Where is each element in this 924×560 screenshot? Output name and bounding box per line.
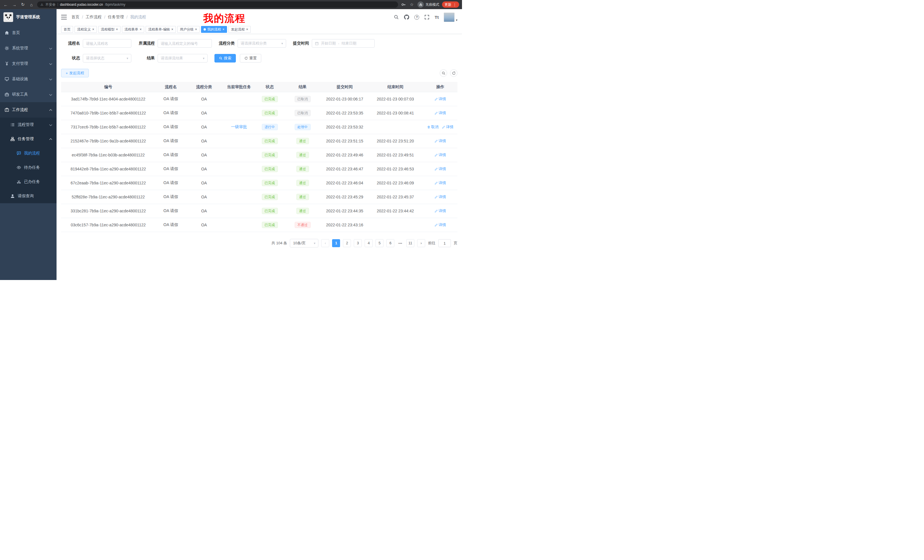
cell-category: OA bbox=[186, 209, 222, 213]
sidebar-item-process-management[interactable]: 流程管理 bbox=[0, 118, 57, 132]
cell-category: OA bbox=[186, 223, 222, 227]
breadcrumb-item[interactable]: 任务管理 bbox=[108, 15, 124, 20]
update-button[interactable]: 更新 ⋮ bbox=[442, 1, 459, 8]
detail-button[interactable]: 详情 bbox=[442, 124, 453, 130]
process-definition-input[interactable] bbox=[158, 39, 212, 48]
result-select[interactable]: 请选择流结果 ▾ bbox=[158, 54, 208, 63]
help-icon[interactable] bbox=[414, 15, 419, 20]
reload-icon[interactable]: ↻ bbox=[20, 2, 26, 7]
current-task-link[interactable]: 一级审批 bbox=[231, 124, 247, 129]
process-category-select[interactable]: 请选择流程分类 ▾ bbox=[238, 39, 286, 48]
page-size-select[interactable]: 10条/页 ▾ bbox=[290, 239, 318, 247]
chevron-down-icon bbox=[49, 47, 52, 49]
tab-user-group[interactable]: 用户分组× bbox=[177, 26, 200, 33]
main-content: 流程名 所属流程 流程分类 请选择流程分类 ▾ 提交时间 开始日期 - 结束日期 bbox=[57, 34, 462, 280]
sidebar-item-infrastructure[interactable]: 基础设施 bbox=[0, 71, 57, 87]
sidebar-item-leave-query[interactable]: 请假查询 bbox=[0, 189, 57, 203]
browser-home-icon[interactable]: ⌂ bbox=[28, 2, 34, 7]
back-icon[interactable]: ← bbox=[3, 2, 9, 7]
tab-process-form[interactable]: 流程表单× bbox=[122, 26, 144, 33]
table-tools bbox=[440, 69, 458, 77]
sidebar-item-done-tasks[interactable]: 已办任务 bbox=[0, 175, 57, 189]
detail-button[interactable]: 详情 bbox=[435, 166, 446, 172]
detail-button[interactable]: 详情 bbox=[435, 208, 446, 214]
browser-menu-icon[interactable]: ⋮ bbox=[453, 3, 457, 7]
detail-label: 详情 bbox=[446, 124, 453, 130]
detail-button[interactable]: 详情 bbox=[435, 96, 446, 102]
detail-button[interactable]: 详情 bbox=[435, 153, 446, 157]
close-icon[interactable]: × bbox=[246, 28, 248, 31]
cell-status: 已完成 bbox=[256, 180, 283, 186]
sidebar-item-payment[interactable]: 支付管理 bbox=[0, 56, 57, 71]
page-button[interactable]: 11 bbox=[406, 239, 414, 247]
status-select[interactable]: 请选择状态 ▾ bbox=[83, 54, 131, 63]
page-button[interactable]: 2 bbox=[343, 239, 351, 247]
goto-page-input[interactable] bbox=[438, 239, 451, 247]
search-button[interactable]: 搜索 bbox=[214, 54, 236, 63]
github-icon[interactable] bbox=[404, 15, 409, 20]
cell-category: OA bbox=[186, 195, 222, 199]
tab-process-form-edit[interactable]: 流程表单-编辑× bbox=[146, 26, 176, 33]
create-process-button[interactable]: + 发起流程 bbox=[61, 69, 89, 77]
detail-button[interactable]: 详情 bbox=[435, 138, 446, 144]
close-icon[interactable]: × bbox=[171, 28, 173, 31]
tab-start-process[interactable]: 发起流程× bbox=[228, 26, 251, 33]
more-pages-icon[interactable]: ••• bbox=[397, 242, 404, 245]
page-button[interactable]: 4 bbox=[364, 239, 373, 247]
sidebar-item-label: 流程管理 bbox=[18, 122, 34, 127]
detail-button[interactable]: 详情 bbox=[435, 195, 446, 199]
page-button[interactable]: 1 bbox=[332, 239, 340, 247]
detail-button[interactable]: 详情 bbox=[435, 111, 446, 115]
tab-process-model[interactable]: 流程模型× bbox=[98, 26, 120, 33]
tab-my-process[interactable]: 我的流程× bbox=[201, 26, 227, 33]
search-icon[interactable] bbox=[394, 15, 399, 20]
address-bar[interactable]: ⚠ 不安全 dashboard.yudao.iocoder.cn /bpm/ta… bbox=[37, 1, 398, 8]
sidebar-item-my-process[interactable]: 我的流程 bbox=[0, 146, 57, 160]
breadcrumb-item[interactable]: 首页 bbox=[71, 15, 80, 20]
page-button[interactable]: 5 bbox=[375, 239, 384, 247]
page-button[interactable]: 6 bbox=[386, 239, 394, 247]
password-key-icon[interactable] bbox=[401, 2, 406, 7]
sidebar-item-task-management[interactable]: 任务管理 bbox=[0, 132, 57, 146]
cell-submit-time: 2022-01-22 23:51:15 bbox=[322, 139, 368, 143]
show-search-icon[interactable] bbox=[440, 69, 447, 77]
fullscreen-icon[interactable] bbox=[424, 15, 429, 20]
sidebar-item-home[interactable]: 首页 bbox=[0, 25, 57, 40]
cell-actions: 详情 bbox=[423, 138, 458, 144]
refresh-table-icon[interactable] bbox=[450, 69, 458, 77]
close-icon[interactable]: × bbox=[92, 28, 94, 31]
avatar[interactable] bbox=[444, 13, 454, 22]
home-icon bbox=[4, 30, 9, 35]
table-row: 2152467e-7b9b-11ec-9a1b-acde48001122 OA … bbox=[61, 134, 458, 148]
cell-result: 通过 bbox=[283, 194, 322, 200]
cell-status: 已完成 bbox=[256, 152, 283, 158]
sidebar-toggle-icon[interactable] bbox=[61, 15, 67, 19]
sidebar-item-system[interactable]: 系统管理 bbox=[0, 40, 57, 56]
sidebar-item-todo-tasks[interactable]: 待办任务 bbox=[0, 160, 57, 175]
font-size-icon[interactable]: Tt bbox=[435, 15, 439, 20]
tab-process-definition[interactable]: 流程定义× bbox=[75, 26, 97, 33]
yen-icon bbox=[4, 61, 9, 66]
sidebar-item-workflow[interactable]: 工作流程 bbox=[0, 102, 57, 118]
prev-page-button[interactable]: ‹ bbox=[321, 239, 329, 247]
breadcrumb-item[interactable]: 工作流程 bbox=[86, 15, 102, 20]
bookmark-star-icon[interactable]: ☆ bbox=[409, 2, 415, 7]
user-menu[interactable]: ▾ bbox=[444, 13, 458, 22]
close-icon[interactable]: × bbox=[116, 28, 118, 31]
detail-button[interactable]: 详情 bbox=[435, 222, 446, 228]
next-page-button[interactable]: › bbox=[417, 239, 425, 247]
sidebar-item-devtools[interactable]: 研发工具 bbox=[0, 87, 57, 102]
forward-icon[interactable]: → bbox=[11, 2, 17, 7]
filter-row-2: 状态 请选择状态 ▾ 结果 请选择流结果 ▾ 搜索 重置 bbox=[61, 54, 458, 63]
close-icon[interactable]: × bbox=[195, 28, 197, 31]
submit-time-range-picker[interactable]: 开始日期 - 结束日期 bbox=[312, 39, 375, 48]
page-button[interactable]: 3 bbox=[354, 239, 362, 247]
detail-button[interactable]: 详情 bbox=[435, 180, 446, 186]
close-icon[interactable]: × bbox=[140, 28, 142, 31]
process-name-input[interactable] bbox=[83, 39, 131, 48]
close-icon[interactable]: × bbox=[222, 28, 224, 31]
cancel-button[interactable]: 取消 bbox=[427, 124, 439, 130]
tab-home[interactable]: 首页 bbox=[61, 26, 73, 33]
reset-button[interactable]: 重置 bbox=[240, 54, 261, 63]
cell-category: OA bbox=[186, 153, 222, 157]
